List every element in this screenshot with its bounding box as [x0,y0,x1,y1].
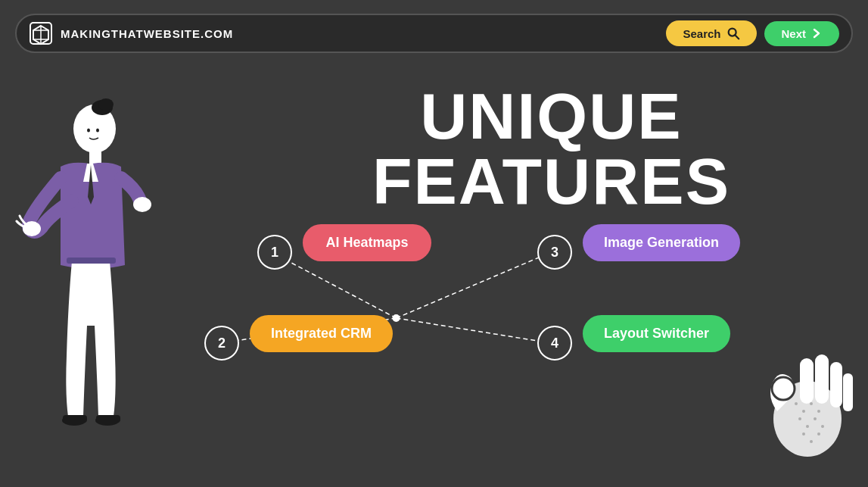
svg-point-34 [817,410,820,413]
svg-line-22 [397,252,552,318]
svg-rect-19 [67,258,116,264]
person-illustration [15,68,166,462]
chevron-right-icon [810,27,823,39]
svg-point-39 [802,432,805,435]
svg-point-38 [821,425,824,428]
svg-point-41 [817,432,820,435]
svg-line-6 [736,35,739,39]
svg-rect-16 [63,415,87,423]
svg-point-36 [806,425,809,428]
svg-point-37 [814,417,817,420]
svg-point-33 [810,402,813,405]
feature-label-ai: AI Heatmaps [325,235,408,251]
site-name: MAKINGTHATWEBSITE.COM [61,27,666,40]
svg-point-32 [802,410,805,413]
svg-point-14 [133,197,151,212]
feature-pill-crm: Integrated CRM [250,315,393,352]
svg-rect-12 [89,150,101,164]
feature-pill-layout: Layout Switcher [583,315,730,352]
svg-point-40 [810,440,813,443]
hand-illustration [758,328,857,464]
svg-rect-28 [830,362,842,407]
svg-line-23 [397,318,552,343]
next-button[interactable]: Next [764,21,839,46]
logo-icon [29,21,53,45]
feature-number-3: 3 [537,235,572,270]
feature-number-1: 1 [257,235,292,270]
feature-label-crm: Integrated CRM [271,326,372,342]
feature-pill-ai-heatmaps: AI Heatmaps [303,224,431,261]
svg-rect-18 [96,415,120,423]
svg-rect-29 [843,373,853,411]
svg-point-11 [96,129,99,133]
search-button[interactable]: Search [666,20,757,46]
page-title: UNIQUE FEATURES [257,83,845,214]
svg-point-24 [393,314,400,322]
feature-label-layout: Layout Switcher [604,326,709,342]
search-icon [726,27,740,40]
top-bar: MAKINGTHATWEBSITE.COM Search Next [15,14,853,53]
svg-point-35 [798,417,801,420]
svg-rect-26 [800,358,814,404]
feature-label-img: Image Generation [604,235,719,251]
svg-point-9 [98,98,114,111]
svg-point-31 [795,402,798,405]
feature-diagram: 1 AI Heatmaps 2 Integrated CRM 3 Image G… [166,197,838,439]
feature-number-2: 2 [204,326,239,361]
next-label: Next [781,27,806,40]
svg-line-20 [272,252,397,318]
feature-pill-image-gen: Image Generation [583,224,740,261]
feature-number-4: 4 [537,326,572,361]
svg-point-10 [87,129,90,133]
search-label: Search [683,27,720,40]
svg-rect-27 [815,354,829,404]
